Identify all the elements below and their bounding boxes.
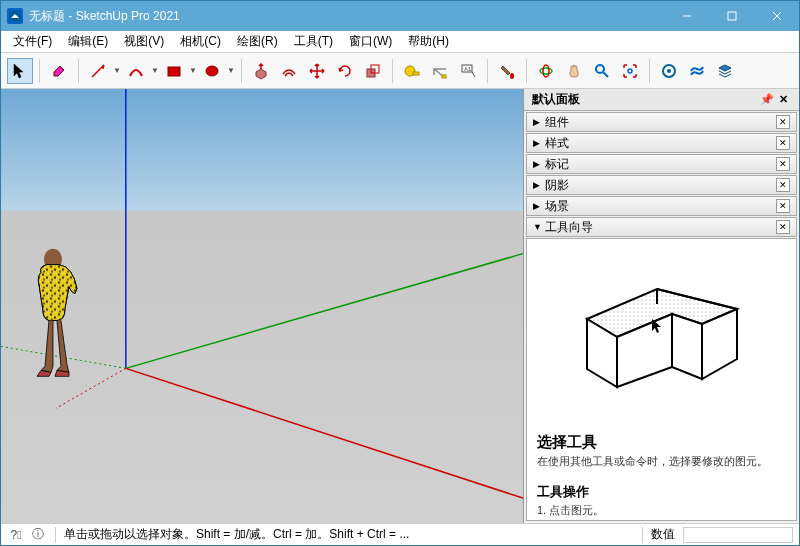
svg-point-14: [510, 73, 514, 79]
toolbar-separator: [649, 59, 650, 83]
minimize-button[interactable]: [664, 1, 709, 31]
section-label: 工具向导: [545, 219, 593, 236]
titlebar: 无标题 - SketchUp Pro 2021: [1, 1, 799, 31]
menu-window[interactable]: 窗口(W): [341, 31, 400, 52]
statusbar: ?⃝ ⓘ 单击或拖动以选择对象。Shift = 加/减。Ctrl = 加。Shi…: [1, 523, 799, 545]
section-close-icon[interactable]: ✕: [776, 157, 790, 171]
section-tags[interactable]: ▶标记✕: [526, 154, 797, 174]
line-dropdown[interactable]: ▼: [113, 66, 121, 75]
instructor-body: 选择工具 在使用其他工具或命令时，选择要修改的图元。 工具操作 1. 点击图元。: [526, 238, 797, 521]
move-tool-button[interactable]: [304, 58, 330, 84]
menu-help[interactable]: 帮助(H): [400, 31, 457, 52]
rotate-tool-button[interactable]: [332, 58, 358, 84]
section-close-icon[interactable]: ✕: [776, 136, 790, 150]
zoom-tool-button[interactable]: [589, 58, 615, 84]
svg-point-15: [540, 68, 552, 74]
pin-icon[interactable]: 📌: [759, 93, 775, 106]
info-icon[interactable]: ⓘ: [29, 526, 47, 543]
scale-tool-button[interactable]: [360, 58, 386, 84]
paint-tool-button[interactable]: [494, 58, 520, 84]
instructor-heading: 选择工具: [537, 433, 786, 452]
viewport-canvas: [1, 89, 523, 523]
maximize-button[interactable]: [709, 1, 754, 31]
menu-tools[interactable]: 工具(T): [286, 31, 341, 52]
tray-close-button[interactable]: ✕: [775, 93, 791, 106]
svg-point-19: [628, 69, 632, 73]
arc-dropdown[interactable]: ▼: [151, 66, 159, 75]
scale-figure: [37, 249, 77, 377]
section-close-icon[interactable]: ✕: [776, 199, 790, 213]
window-title: 无标题 - SketchUp Pro 2021: [29, 8, 664, 25]
instructor-desc: 在使用其他工具或命令时，选择要修改的图元。: [537, 454, 786, 469]
eraser-tool-button[interactable]: [46, 58, 72, 84]
section-components[interactable]: ▶组件✕: [526, 112, 797, 132]
svg-rect-2: [728, 12, 736, 20]
chevron-right-icon: ▶: [533, 159, 545, 169]
toolbar-separator: [241, 59, 242, 83]
value-label: 数值: [651, 526, 675, 543]
toolbar-separator: [526, 59, 527, 83]
select-tool-button[interactable]: [7, 58, 33, 84]
circle-tool-button[interactable]: [199, 58, 225, 84]
section-label: 样式: [545, 135, 569, 152]
pan-tool-button[interactable]: [561, 58, 587, 84]
text-tool-button[interactable]: A1: [455, 58, 481, 84]
section-label: 场景: [545, 198, 569, 215]
app-icon: [7, 8, 23, 24]
instructor-ops-heading: 工具操作: [537, 483, 786, 501]
green-axis: [126, 254, 523, 369]
status-hint: 单击或拖动以选择对象。Shift = 加/减。Ctrl = 加。Shift + …: [64, 526, 634, 543]
instructor-step: 1. 点击图元。: [537, 503, 786, 518]
section-label: 组件: [545, 114, 569, 131]
svg-rect-11: [442, 75, 446, 78]
arc-tool-button[interactable]: [123, 58, 149, 84]
extension-button[interactable]: [684, 58, 710, 84]
svg-rect-5: [168, 67, 180, 76]
orbit-tool-button[interactable]: [533, 58, 559, 84]
red-axis: [126, 368, 523, 498]
pushpull-tool-button[interactable]: [248, 58, 274, 84]
section-close-icon[interactable]: ✕: [776, 115, 790, 129]
instructor-illustration: [537, 249, 786, 419]
toolbar: ▼ ▼ ▼ ▼ A1: [1, 53, 799, 89]
zoom-extents-tool-button[interactable]: [617, 58, 643, 84]
section-styles[interactable]: ▶样式✕: [526, 133, 797, 153]
3d-viewport[interactable]: [1, 89, 524, 523]
toolbar-separator: [487, 59, 488, 83]
menubar: 文件(F) 编辑(E) 视图(V) 相机(C) 绘图(R) 工具(T) 窗口(W…: [1, 31, 799, 53]
shape-dropdown[interactable]: ▼: [189, 66, 197, 75]
section-label: 阴影: [545, 177, 569, 194]
close-button[interactable]: [754, 1, 799, 31]
chevron-right-icon: ▶: [533, 138, 545, 148]
protractor-tool-button[interactable]: [427, 58, 453, 84]
svg-text:A1: A1: [464, 66, 472, 72]
section-close-icon[interactable]: ✕: [776, 178, 790, 192]
shape-tool-button[interactable]: [161, 58, 187, 84]
offset-tool-button[interactable]: [276, 58, 302, 84]
menu-camera[interactable]: 相机(C): [172, 31, 229, 52]
section-close-icon[interactable]: ✕: [776, 220, 790, 234]
menu-file[interactable]: 文件(F): [5, 31, 60, 52]
svg-point-6: [206, 66, 218, 76]
tape-tool-button[interactable]: [399, 58, 425, 84]
circle-dropdown[interactable]: ▼: [227, 66, 235, 75]
line-tool-button[interactable]: [85, 58, 111, 84]
help-icon[interactable]: ?⃝: [7, 528, 25, 542]
tray-title-label: 默认面板: [532, 91, 580, 108]
layers-button[interactable]: [712, 58, 738, 84]
section-instructor[interactable]: ▼工具向导✕: [526, 217, 797, 237]
toolbar-separator: [39, 59, 40, 83]
menu-draw[interactable]: 绘图(R): [229, 31, 286, 52]
chevron-right-icon: ▶: [533, 201, 545, 211]
section-label: 标记: [545, 156, 569, 173]
menu-view[interactable]: 视图(V): [116, 31, 172, 52]
warehouse-button[interactable]: [656, 58, 682, 84]
svg-point-17: [596, 65, 604, 73]
statusbar-separator: [642, 527, 643, 543]
chevron-right-icon: ▶: [533, 117, 545, 127]
menu-edit[interactable]: 编辑(E): [60, 31, 116, 52]
tray-title: 默认面板 📌 ✕: [524, 89, 799, 111]
value-input[interactable]: [683, 527, 793, 543]
section-scenes[interactable]: ▶场景✕: [526, 196, 797, 216]
section-shadows[interactable]: ▶阴影✕: [526, 175, 797, 195]
